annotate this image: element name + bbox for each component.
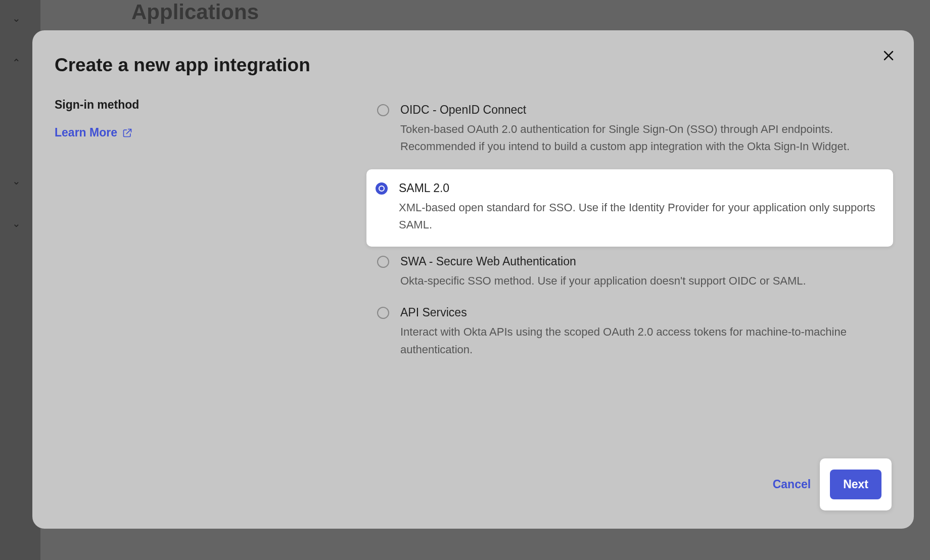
- close-icon: [882, 50, 895, 62]
- radio-title: OIDC - OpenID Connect: [400, 103, 882, 117]
- radio-description: Token-based OAuth 2.0 authentication for…: [400, 121, 882, 155]
- radio-title: API Services: [400, 306, 882, 319]
- radio-icon: [377, 256, 389, 268]
- learn-more-label: Learn More: [55, 126, 117, 139]
- learn-more-link[interactable]: Learn More: [55, 126, 132, 139]
- radio-icon: [377, 307, 389, 319]
- create-app-modal: Create a new app integration Sign-in met…: [32, 30, 914, 529]
- modal-left-column: Sign-in method Learn More: [55, 98, 368, 443]
- radio-option-saml[interactable]: SAML 2.0 XML-based open standard for SSO…: [366, 169, 893, 247]
- radio-content: SAML 2.0 XML-based open standard for SSO…: [399, 181, 884, 234]
- radio-content: API Services Interact with Okta APIs usi…: [400, 306, 882, 358]
- cancel-button[interactable]: Cancel: [773, 478, 811, 491]
- radio-option-oidc[interactable]: OIDC - OpenID Connect Token-based OAuth …: [368, 98, 892, 166]
- section-label: Sign-in method: [55, 98, 368, 112]
- radio-description: XML-based open standard for SSO. Use if …: [399, 199, 884, 234]
- radio-description: Okta-specific SSO method. Use if your ap…: [400, 272, 882, 290]
- radio-icon: [376, 182, 388, 195]
- radio-option-swa[interactable]: SWA - Secure Web Authentication Okta-spe…: [368, 250, 892, 301]
- modal-right-column: OIDC - OpenID Connect Token-based OAuth …: [368, 98, 892, 443]
- radio-content: OIDC - OpenID Connect Token-based OAuth …: [400, 103, 882, 155]
- modal-footer: Cancel Next: [55, 458, 892, 510]
- close-button[interactable]: [879, 46, 898, 65]
- next-button[interactable]: Next: [830, 470, 881, 499]
- modal-title: Create a new app integration: [55, 55, 892, 76]
- external-link-icon: [122, 128, 132, 138]
- radio-content: SWA - Secure Web Authentication Okta-spe…: [400, 255, 882, 290]
- footer-highlight-box: Next: [820, 458, 892, 510]
- radio-option-api-services[interactable]: API Services Interact with Okta APIs usi…: [368, 301, 892, 369]
- modal-body: Sign-in method Learn More OIDC - OpenID …: [55, 98, 892, 443]
- radio-title: SWA - Secure Web Authentication: [400, 255, 882, 268]
- radio-icon: [377, 104, 389, 116]
- radio-description: Interact with Okta APIs using the scoped…: [400, 323, 882, 358]
- radio-title: SAML 2.0: [399, 181, 884, 195]
